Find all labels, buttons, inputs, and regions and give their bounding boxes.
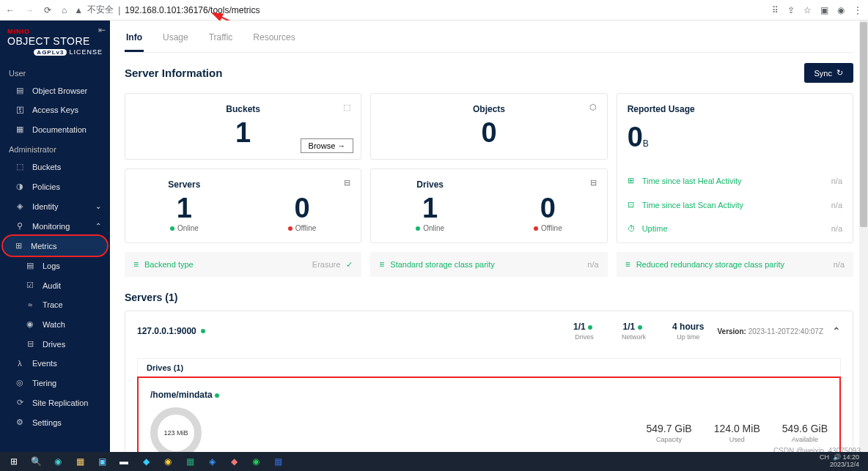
- standard-parity-strip: ≡Standard storage class parityn/a: [370, 252, 607, 277]
- sidebar-item-events[interactable]: λEvents: [0, 354, 110, 373]
- sidebar-item-site-replication[interactable]: ⟳Site Replication: [0, 393, 110, 412]
- reload-icon[interactable]: ⟳: [44, 5, 51, 15]
- identity-icon: ◈: [15, 201, 25, 211]
- capacity-stat: 549.7 GiBCapacity: [646, 423, 691, 443]
- tool-icon[interactable]: ◆: [224, 453, 243, 470]
- start-icon[interactable]: ⊞: [4, 453, 23, 470]
- sidebar-item-label: Drives: [43, 340, 65, 349]
- logo: MINIO OBJECT STORE AGPLv3LICENSE: [0, 25, 110, 63]
- page-title: Server Information: [125, 67, 222, 79]
- bucket-icon: ⬚: [343, 103, 350, 112]
- server-uptime-metric: 4 hoursUp time: [672, 322, 704, 341]
- sidebar-item-tiering[interactable]: ◎Tiering: [0, 373, 110, 393]
- windows-taskbar[interactable]: ⊞ 🔍 ◉ ▦ ▣ ▬ ◆ ◉ ▦ ◈ ◆ ◉ ▦ CH 🔊 14:20 202…: [0, 452, 868, 471]
- main-content: Info Usage Traffic Resources Server Info…: [110, 21, 868, 471]
- tabs: Info Usage Traffic Resources: [125, 21, 853, 53]
- word-icon[interactable]: ▦: [268, 453, 287, 470]
- monitoring-icon: ⚲: [15, 221, 25, 231]
- explorer-icon[interactable]: ▦: [70, 453, 89, 470]
- store-icon[interactable]: ▣: [92, 453, 111, 470]
- drives-icon: ⊟: [25, 339, 35, 349]
- system-tray[interactable]: CH 🔊 14:20 2023/12/4: [820, 454, 864, 469]
- sidebar-item-label: Metrics: [31, 242, 56, 251]
- sidebar-item-access-keys[interactable]: ⚿Access Keys: [0, 100, 110, 119]
- sync-icon: ↻: [836, 68, 843, 78]
- sidebar-item-buckets[interactable]: ⬚Buckets: [0, 157, 110, 177]
- sidebar-item-monitoring[interactable]: ⚲Monitoring⌃: [0, 216, 110, 236]
- tab-traffic[interactable]: Traffic: [207, 28, 235, 52]
- sidebar-item-label: Trace: [43, 300, 63, 309]
- sidebar-item-object-browser[interactable]: ▤Object Browser: [0, 81, 110, 100]
- tab-usage[interactable]: Usage: [161, 28, 190, 52]
- policy-icon: ◑: [15, 182, 25, 191]
- sidebar-item-trace[interactable]: ≈Trace: [0, 295, 110, 314]
- sidebar-item-watch[interactable]: ◉Watch: [0, 314, 110, 334]
- sidebar-item-label: Policies: [32, 182, 60, 191]
- security-label: 不安全: [87, 4, 114, 16]
- events-icon: λ: [15, 359, 25, 368]
- vscode-icon[interactable]: ◈: [202, 453, 221, 470]
- scrollbar[interactable]: [859, 21, 868, 452]
- heal-activity-row: ⊞Time since last Heal Activityn/a: [628, 171, 842, 190]
- panel-icon[interactable]: ▣: [820, 5, 828, 15]
- url-text[interactable]: 192.168.0.101:36176/tools/metrics: [125, 5, 260, 15]
- browse-button[interactable]: Browse →: [301, 138, 354, 153]
- wechat-icon[interactable]: ◉: [246, 453, 265, 470]
- server-version: Version: 2023-11-20T22:40:07Z: [717, 327, 823, 335]
- menu-icon[interactable]: ⋮: [853, 5, 862, 15]
- check-icon: ✓: [346, 260, 353, 270]
- sidebar-item-policies[interactable]: ◑Policies: [0, 177, 110, 196]
- sidebar-item-identity[interactable]: ◈Identity⌄: [0, 196, 110, 216]
- sidebar-item-label: Settings: [32, 418, 62, 427]
- server-header[interactable]: 127.0.0.1:9000 1/1 Drives 1/1 Network 4 …: [125, 311, 853, 351]
- objects-icon: ⬡: [589, 103, 597, 112]
- tab-resources[interactable]: Resources: [251, 28, 296, 52]
- sidebar-item-label: Object Browser: [32, 86, 87, 95]
- sidebar-item-settings[interactable]: ⚙Settings: [0, 412, 110, 432]
- sidebar-item-documentation[interactable]: ▦Documentation: [0, 119, 110, 139]
- drives-card: ⊟ Drives 1 Online 0 Offline: [370, 168, 607, 243]
- section-admin: Administrator: [0, 139, 110, 157]
- list-icon: ≡: [133, 259, 139, 270]
- chrome-icon[interactable]: ◉: [158, 453, 177, 470]
- audit-icon: ☑: [25, 281, 35, 290]
- share-icon[interactable]: ⇪: [787, 5, 795, 15]
- drive-path: /home/mindata: [150, 390, 213, 400]
- metrics-icon: ⊞: [13, 241, 23, 251]
- drive-icon: ⊟: [590, 178, 597, 188]
- collapse-icon[interactable]: ⇤: [98, 25, 106, 35]
- sidebar-item-metrics[interactable]: ⊞Metrics: [3, 236, 107, 256]
- excel-icon[interactable]: ▦: [180, 453, 199, 470]
- sidebar-item-audit[interactable]: ☑Audit: [0, 275, 110, 295]
- buckets-card: ⬚ Buckets 1 Browse →: [125, 93, 361, 160]
- sidebar-item-label: Identity: [32, 202, 58, 211]
- back-icon[interactable]: ←: [6, 5, 15, 15]
- sync-button[interactable]: Sync↻: [804, 63, 853, 83]
- star-icon[interactable]: ☆: [803, 5, 812, 15]
- app-icon[interactable]: ◆: [136, 453, 155, 470]
- server-network-metric: 1/1 Network: [622, 322, 646, 341]
- list-icon: ≡: [379, 259, 384, 270]
- chevron-up-icon: ⌃: [95, 222, 101, 230]
- sidebar-item-drives[interactable]: ⊟Drives: [0, 334, 110, 354]
- translate-icon[interactable]: ⠿: [772, 5, 779, 15]
- available-stat: 549.6 GiBAvailable: [782, 423, 828, 443]
- terminal-icon[interactable]: ▬: [114, 453, 133, 470]
- uptime-icon: ⏱: [628, 224, 642, 233]
- chevron-down-icon: ⌄: [95, 202, 101, 210]
- insecure-icon: ▲: [74, 5, 83, 15]
- edge-icon[interactable]: ◉: [48, 453, 67, 470]
- drives-subheading: Drives (1): [137, 358, 841, 377]
- search-icon[interactable]: 🔍: [26, 453, 45, 470]
- tab-info[interactable]: Info: [125, 28, 144, 52]
- sidebar-item-label: Tiering: [32, 379, 56, 387]
- servers-heading: Servers (1): [125, 292, 853, 303]
- sidebar-item-logs[interactable]: ▤Logs: [0, 256, 110, 275]
- home-icon[interactable]: ⌂: [62, 5, 67, 15]
- chevron-up-icon[interactable]: ⌃: [832, 325, 841, 337]
- used-stat: 124.0 MiBUsed: [714, 423, 760, 443]
- trace-icon: ≈: [25, 300, 35, 309]
- list-icon: ≡: [625, 259, 630, 270]
- forward-icon[interactable]: →: [25, 5, 34, 15]
- profile-icon[interactable]: ◉: [837, 5, 845, 15]
